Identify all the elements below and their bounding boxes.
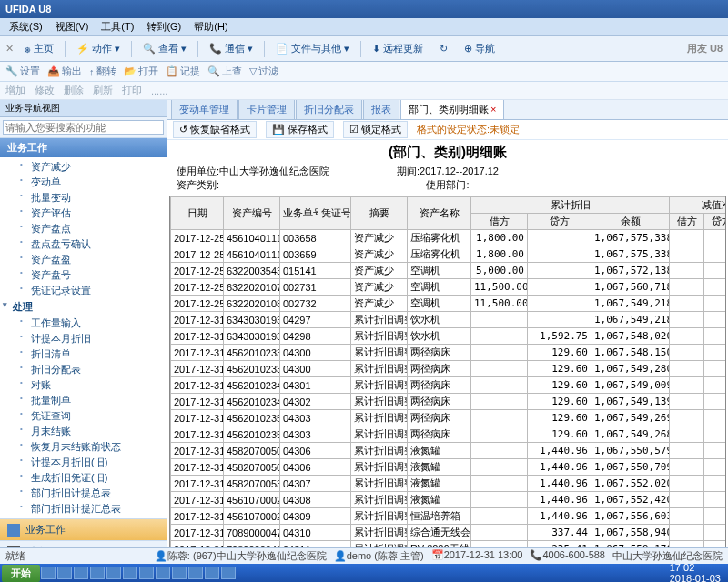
format-bar: ↺ 恢复缺省格式 💾 保存格式 ☑ 锁定格式 格式的设定状态:未锁定	[167, 120, 728, 140]
report-info: 使用单位:中山大学孙逸仙纪念医院资产类别: 期间:2017.12--2017.1…	[167, 165, 728, 196]
tab[interactable]: 部门、类别明细账×	[400, 100, 504, 119]
table-row[interactable]: 2017-12-31456201023304300累计折旧调整两径病床129.6…	[171, 361, 727, 377]
tb-filter[interactable]: ▽过滤	[249, 65, 278, 78]
top-toolbar: ✕ ⎈ 主页 ⚡ 动作 ▾ 🔍 查看 ▾ 📞 通信 ▾ 📄 文件与其他 ▾ ⬇ …	[0, 36, 728, 62]
lock-format[interactable]: ☑ 锁定格式	[343, 121, 408, 138]
menu-bar: 系统(S) 视图(V) 工具(T) 转到(G) 帮助(H)	[0, 18, 728, 36]
table-row[interactable]: 2017-12-31458207005004306累计折旧调整液氮罐1,440.…	[171, 443, 727, 459]
brand-logo: 用友 U8	[687, 42, 723, 55]
toolbar-tertiary: 增加修改删除 刷新打印......	[0, 82, 728, 100]
tree-item[interactable]: 对账	[0, 377, 167, 393]
tree-item[interactable]: 项目核算资产折旧汇总表	[0, 517, 167, 518]
menu-tools[interactable]: 工具(T)	[96, 19, 139, 35]
tb-upquery[interactable]: 🔍上查	[207, 65, 242, 78]
tree-item[interactable]: 盘点盘亏确认	[0, 236, 167, 252]
title-bar: UFIDA U8	[0, 0, 728, 18]
table-row[interactable]: 2017-12-31456201023504303累计折旧调整两径病床129.6…	[171, 426, 727, 443]
table-row[interactable]: 2017-12-31458207005004306累计折旧调整液氮罐1,440.…	[171, 459, 727, 476]
search-input[interactable]	[3, 120, 164, 135]
tree-group[interactable]: 处理	[0, 298, 167, 316]
tree-item[interactable]: 部门折旧计提总表	[0, 486, 167, 501]
tree-item[interactable]: 凭证查询	[0, 408, 167, 424]
view-button[interactable]: 🔍 查看 ▾	[137, 40, 192, 57]
table-row[interactable]: 2017-12-31456201023404302累计折旧调整两径病床129.6…	[171, 394, 727, 410]
toolbar-secondary: 🔧设置 📤输出 ↕翻转 📂打开 📋记提 🔍上查 ▽过滤	[0, 62, 728, 82]
table-row[interactable]: 2017-12-31456201023404301累计折旧调整两径病床129.6…	[171, 377, 727, 394]
tab[interactable]: 卡片管理	[238, 100, 295, 119]
table-row[interactable]: 2017-12-256322020108002732资产减少空调机11,500.…	[171, 296, 727, 312]
menu-help[interactable]: 帮助(H)	[188, 19, 233, 35]
restore-format[interactable]: ↺ 恢复缺省格式	[173, 121, 257, 138]
tb-accrue[interactable]: 📋记提	[166, 65, 200, 78]
menu-system[interactable]: 系统(S)	[4, 19, 48, 35]
table-row[interactable]: 2017-12-256322020107002731资产减少空调机11,500.…	[171, 279, 727, 296]
tree-item[interactable]: 恢复月末结账前状态	[0, 439, 167, 455]
table-row[interactable]: 2017-12-31634303019304298累计折旧调整饮水机1,592.…	[171, 328, 727, 345]
tree-item[interactable]: 资产评估	[0, 206, 167, 221]
table-row[interactable]: 2017-12-31456201023504303累计折旧调整两径病床129.6…	[171, 410, 727, 426]
tab-bar: 变动单管理卡片管理折旧分配表报表部门、类别明细账×	[167, 100, 728, 120]
tree-item[interactable]: 资产盘点	[0, 221, 167, 236]
tb-settings[interactable]: 🔧设置	[5, 65, 40, 78]
section-biz[interactable]: 业务工作	[0, 138, 167, 157]
tree-item[interactable]: 月末结账	[0, 424, 167, 439]
tb-open[interactable]: 📂打开	[124, 65, 158, 78]
start-button[interactable]: 开始	[2, 565, 40, 582]
left-panel: 业务导航视图 业务工作 资产减少变动单批量变动资产评估资产盘点盘点盘亏确认资产盘…	[0, 100, 167, 562]
menu-goto[interactable]: 转到(G)	[141, 19, 187, 35]
table-row[interactable]: 2017-12-31456201023304300累计折旧调整两径病床129.6…	[171, 345, 727, 361]
tab[interactable]: 报表	[363, 100, 399, 119]
tray-clock: 17:022018-01-03	[664, 562, 726, 582]
tb-flip[interactable]: ↕翻转	[89, 65, 116, 78]
tab[interactable]: 变动单管理	[171, 100, 238, 119]
taskbar[interactable]: 开始 17:022018-01-03	[0, 564, 728, 582]
table-row[interactable]: 2017-12-254561040111003658资产减少压缩雾化机1,800…	[171, 230, 727, 246]
menu-view[interactable]: 视图(V)	[50, 19, 95, 35]
tree-item[interactable]: 批量制单	[0, 393, 167, 408]
comm-button[interactable]: 📞 通信 ▾	[204, 40, 258, 57]
table-row[interactable]: 2017-12-31458207005304307累计折旧调整液氮罐1,440.…	[171, 476, 727, 492]
tree-item[interactable]: 资产减少	[0, 159, 167, 175]
tree-item[interactable]: 计提本月折旧(旧)	[0, 455, 167, 470]
save-format[interactable]: 💾 保存格式	[266, 121, 334, 138]
data-grid[interactable]: 日期资产编号 业务单号凭证号 摘要资产名称 累计折旧减值准备 借方贷方余额 借方…	[169, 196, 726, 560]
tree-item[interactable]: 凭证记录设置	[0, 283, 167, 298]
tree-item[interactable]: 生成折旧凭证(旧)	[0, 470, 167, 486]
remote-button[interactable]: ⬇ 远程更新	[367, 40, 429, 57]
table-row[interactable]: 2017-12-31708900004704310累计折旧调整综合通无线会议电3…	[171, 525, 727, 541]
tree-item[interactable]: 计提本月折旧	[0, 331, 167, 346]
table-row[interactable]: 2017-12-256322003543015141资产减少空调机5,000.0…	[171, 263, 727, 279]
tree-item[interactable]: 工作量输入	[0, 316, 167, 331]
tree-item[interactable]: 部门折旧计提汇总表	[0, 501, 167, 517]
files-button[interactable]: 📄 文件与其他 ▾	[270, 40, 355, 57]
format-hint: 格式的设定状态:未锁定	[417, 123, 520, 136]
tree-item[interactable]: 变动单	[0, 175, 167, 190]
tree-item[interactable]: 折旧分配表	[0, 362, 167, 377]
table-row[interactable]: 2017-12-31456107000204308累计折旧调整液氮罐1,440.…	[171, 492, 727, 508]
table-row[interactable]: 2017-12-254561040111003659资产减少压缩雾化机1,800…	[171, 246, 727, 263]
nav-button[interactable]: ⊕ 导航	[459, 40, 500, 57]
status-bar: 就绪 👤陈蓉: (967)中山大学孙逸仙纪念医院 👤demo (陈蓉:主管) 📅…	[0, 547, 728, 564]
table-row[interactable]: 2017-12-31634303019304297累计折旧调整饮水机1,067,…	[171, 312, 727, 328]
tab[interactable]: 折旧分配表	[296, 100, 362, 119]
action-button[interactable]: ⚡ 动作 ▾	[71, 40, 126, 57]
home-button[interactable]: ⎈ 主页	[19, 40, 59, 57]
bottom-biz[interactable]: 业务工作	[0, 518, 167, 540]
nav-header: 业务导航视图	[0, 100, 167, 117]
tree-item[interactable]: 批量变动	[0, 190, 167, 206]
tree-item[interactable]: 折旧清单	[0, 346, 167, 362]
table-row[interactable]: 2017-12-31456107000204309累计折旧调整恒温培养箱1,44…	[171, 508, 727, 525]
tb-output[interactable]: 📤输出	[47, 65, 82, 78]
tree-item[interactable]: 资产盘盈	[0, 252, 167, 267]
report-title: (部门、类别)明细账	[167, 140, 728, 165]
refresh-icon[interactable]: ↻	[434, 41, 453, 56]
tree-item[interactable]: 资产盘号	[0, 267, 167, 283]
nav-tree[interactable]: 资产减少变动单批量变动资产评估资产盘点盘点盘亏确认资产盘盈资产盘号凭证记录设置处…	[0, 157, 167, 518]
